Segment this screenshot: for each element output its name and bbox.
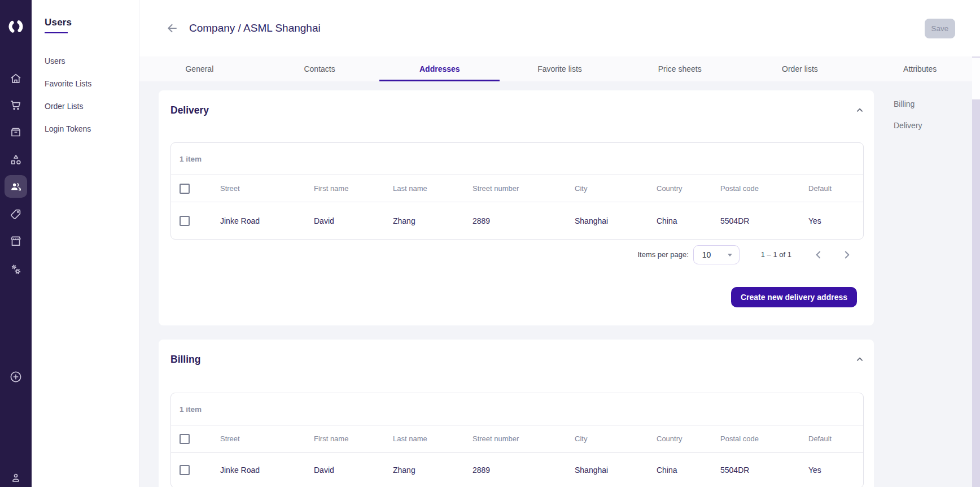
storefront-icon[interactable]	[9, 234, 23, 248]
add-circle-icon[interactable]	[9, 370, 23, 384]
sidebar-item-order-lists[interactable]: Order Lists	[32, 95, 139, 118]
tab-attributes[interactable]: Attributes	[860, 56, 980, 81]
cell-city: Shanghai	[575, 466, 657, 475]
chevron-left-icon	[812, 248, 825, 262]
delivery-item-count: 1 item	[171, 143, 863, 175]
tab-addresses[interactable]: Addresses	[379, 56, 500, 81]
delivery-section-title: Delivery	[170, 105, 209, 116]
tab-general[interactable]: General	[139, 56, 260, 81]
panel-title: Users	[45, 17, 139, 28]
tab-bar: General Contacts Addresses Favorite list…	[139, 56, 980, 81]
cell-street: Jinke Road	[220, 216, 314, 225]
cell-default: Yes	[808, 466, 863, 475]
column-header-city: City	[575, 434, 657, 443]
tab-price-sheets[interactable]: Price sheets	[620, 56, 740, 81]
cell-first-name: David	[314, 466, 393, 475]
scrollbar-thumb[interactable]	[972, 58, 980, 99]
billing-item-count: 1 item	[171, 393, 863, 425]
tab-order-lists[interactable]: Order lists	[740, 56, 860, 81]
table-header-row: Street First name Last name Street numbe…	[171, 175, 863, 202]
settings-gears-icon[interactable]	[9, 263, 23, 276]
column-header-country: Country	[657, 434, 720, 443]
row-checkbox[interactable]	[180, 216, 190, 226]
page-header: Company / ASML Shanghai Save	[139, 0, 980, 56]
chevron-up-icon	[854, 104, 866, 116]
table-header-row: Street First name Last name Street numbe…	[171, 425, 863, 453]
sidebar-item-favorite-lists[interactable]: Favorite Lists	[32, 72, 139, 95]
cell-country: China	[657, 216, 720, 225]
column-header-last-name: Last name	[393, 184, 473, 193]
items-per-page-label: Items per page:	[637, 250, 688, 259]
column-header-default: Default	[808, 184, 863, 193]
order-box-icon[interactable]	[9, 125, 23, 139]
table-row[interactable]: Jinke Road David Zhang 2889 Shanghai Chi…	[171, 202, 863, 239]
arrow-left-icon	[165, 21, 179, 35]
delivery-collapse-button[interactable]	[854, 104, 866, 116]
home-icon[interactable]	[9, 72, 23, 85]
panel-title-underline	[45, 32, 68, 33]
cell-first-name: David	[314, 216, 393, 225]
back-button[interactable]	[165, 21, 180, 36]
chevron-right-icon	[840, 248, 854, 262]
cell-default: Yes	[808, 216, 863, 225]
select-all-checkbox[interactable]	[180, 434, 190, 444]
tab-favorite-lists[interactable]: Favorite lists	[500, 56, 620, 81]
cell-last-name: Zhang	[393, 216, 473, 225]
billing-address-table: 1 item Street First name Last name Stree…	[170, 393, 864, 487]
create-delivery-address-button[interactable]: Create new delivery address	[731, 287, 857, 307]
shopping-cart-icon[interactable]	[9, 98, 23, 112]
sidebar-item-login-tokens[interactable]: Login Tokens	[32, 118, 139, 140]
account-person-icon[interactable]	[9, 471, 23, 484]
cell-country: China	[657, 466, 720, 475]
anchor-delivery[interactable]: Delivery	[894, 120, 978, 131]
content-area: Delivery 1 item Street First name Last n…	[139, 81, 980, 487]
column-header-postal-code: Postal code	[720, 184, 808, 193]
delivery-address-table: 1 item Street First name Last name Stree…	[170, 142, 864, 240]
sidebar-item-users[interactable]: Users	[32, 50, 139, 72]
cell-postal-code: 5504DR	[720, 216, 808, 225]
column-header-street: Street	[220, 184, 314, 193]
tab-contacts[interactable]: Contacts	[260, 56, 380, 81]
billing-section-card: Billing 1 item Street First name Last na…	[159, 340, 874, 487]
chevron-up-icon	[854, 353, 866, 366]
column-header-last-name: Last name	[393, 434, 473, 443]
cell-city: Shanghai	[575, 216, 657, 225]
cell-street-number: 2889	[473, 216, 575, 225]
column-header-street-number: Street number	[473, 184, 575, 193]
page-size-select[interactable]: 10	[693, 245, 740, 264]
anchor-billing[interactable]: Billing	[894, 98, 978, 110]
column-header-first-name: First name	[314, 434, 393, 443]
cell-street: Jinke Road	[220, 466, 314, 475]
tag-icon[interactable]	[9, 207, 23, 221]
column-header-default: Default	[808, 434, 863, 443]
app-logo-icon[interactable]	[6, 16, 26, 37]
pagination-range-label: 1 – 1 of 1	[761, 250, 791, 259]
table-row[interactable]: Jinke Road David Zhang 2889 Shanghai Chi…	[171, 453, 863, 487]
users-nav-panel: Users Users Favorite Lists Order Lists L…	[32, 0, 139, 487]
column-header-first-name: First name	[314, 184, 393, 193]
billing-section-title: Billing	[170, 354, 200, 366]
cell-postal-code: 5504DR	[720, 466, 808, 475]
column-header-street: Street	[220, 434, 314, 443]
column-header-city: City	[575, 184, 657, 193]
cell-last-name: Zhang	[393, 466, 473, 475]
column-header-street-number: Street number	[473, 434, 575, 443]
delivery-section-card: Delivery 1 item Street First name Last n…	[159, 90, 874, 325]
save-button[interactable]: Save	[925, 19, 955, 38]
caret-down-icon	[727, 251, 733, 258]
users-group-icon	[9, 180, 23, 193]
category-shapes-icon[interactable]	[9, 153, 23, 167]
cell-street-number: 2889	[473, 466, 575, 475]
app-rail	[0, 0, 32, 487]
page-title: Company / ASML Shanghai	[189, 22, 321, 34]
delivery-pagination: Items per page: 10 1 – 1 of 1	[159, 240, 874, 269]
select-all-checkbox[interactable]	[180, 184, 190, 194]
previous-page-button[interactable]	[812, 248, 825, 262]
column-header-country: Country	[657, 184, 720, 193]
sidebar-item-users-active[interactable]	[5, 175, 27, 198]
vertical-scrollbar[interactable]	[972, 56, 980, 487]
billing-collapse-button[interactable]	[854, 353, 866, 366]
column-header-postal-code: Postal code	[720, 434, 808, 443]
row-checkbox[interactable]	[180, 465, 190, 475]
next-page-button[interactable]	[840, 248, 854, 262]
